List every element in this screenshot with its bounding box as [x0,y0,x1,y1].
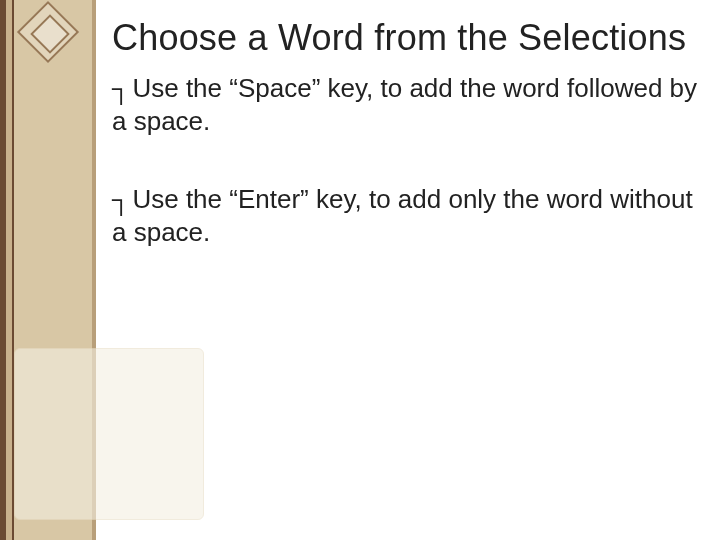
bullet-item: ┐Use the “Space” key, to add the word fo… [112,72,698,137]
decorative-box [14,348,204,520]
bullet-text: Use the “Enter” key, to add only the wor… [112,184,693,247]
slide: Choose a Word from the Selections ┐Use t… [0,0,720,540]
bullet-item: ┐Use the “Enter” key, to add only the wo… [112,183,698,248]
slide-title: Choose a Word from the Selections [112,18,698,58]
content-area: Choose a Word from the Selections ┐Use t… [112,18,698,294]
bullet-text: Use the “Space” key, to add the word fol… [112,73,697,136]
bullet-icon: ┐ [112,184,130,214]
ornament-icon [26,10,70,54]
bullet-icon: ┐ [112,73,130,103]
body-text: ┐Use the “Space” key, to add the word fo… [112,72,698,248]
